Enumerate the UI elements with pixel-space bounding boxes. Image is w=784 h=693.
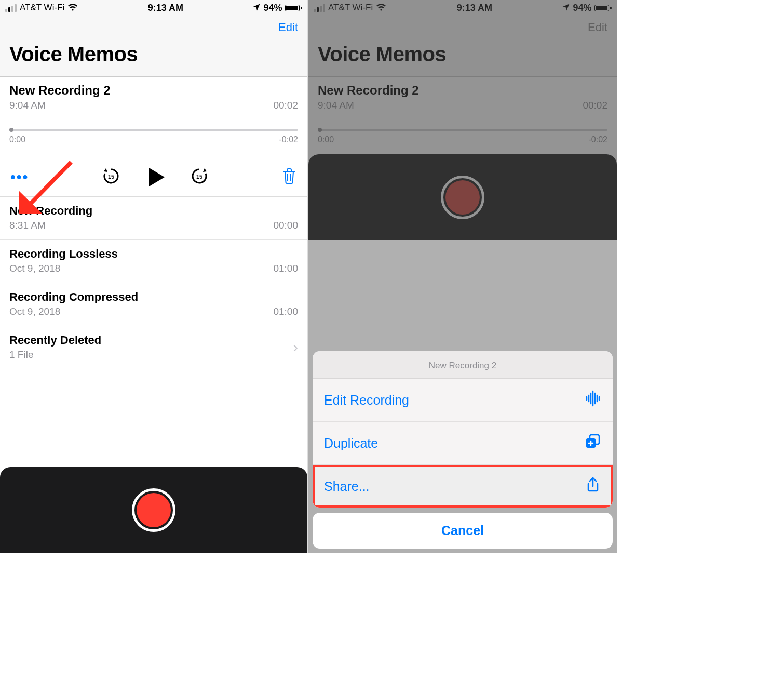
waveform-icon [585,390,601,410]
list-item[interactable]: New Recording 8:31 AM 00:00 [0,197,307,240]
share-icon [585,476,601,496]
option-label: Duplicate [324,436,378,451]
play-button[interactable] [146,168,165,186]
location-icon [253,3,260,14]
screenshot-right: AT&T Wi-Fi 9:13 AM 94% Edit Voice Memos … [308,0,617,553]
scrub-start: 0:00 [9,135,25,144]
trash-icon[interactable] [281,167,297,187]
row-title: New Recording [9,204,298,218]
row-dur: 01:00 [273,263,298,274]
status-time: 9:13 AM [148,3,183,14]
row-sub: 1 File [9,349,33,361]
recording-duration: 00:02 [273,100,298,111]
status-bar: AT&T Wi-Fi 9:13 AM 94% [0,0,307,16]
recently-deleted-row[interactable]: Recently Deleted 1 File › [0,326,307,369]
recording-time: 9:04 AM [9,100,46,111]
carrier-label: AT&T Wi-Fi [20,3,64,13]
scrub-end: -0:02 [279,135,298,144]
option-label: Edit Recording [324,393,409,408]
header: Edit Voice Memos [0,16,307,77]
recording-title[interactable]: New Recording 2 [9,83,298,98]
list-item[interactable]: Recording Compressed Oct 9, 2018 01:00 [0,283,307,326]
row-sub: Oct 9, 2018 [9,263,60,274]
more-options-icon[interactable]: ••• [10,169,29,185]
sheet-title: New Recording 2 [313,351,613,379]
svg-text:15: 15 [196,174,202,180]
cancel-button[interactable]: Cancel [313,513,613,549]
battery-icon [285,5,302,11]
row-title: Recording Compressed [9,290,298,304]
cancel-label: Cancel [441,523,484,538]
row-sub: Oct 9, 2018 [9,306,60,317]
battery-pct: 94% [263,3,282,14]
edit-recording-option[interactable]: Edit Recording [313,379,613,422]
skip-forward-15-icon[interactable]: 15 [191,167,208,187]
row-dur: 01:00 [273,306,298,317]
row-sub: 8:31 AM [9,220,46,231]
row-title: Recently Deleted [9,334,293,347]
page-title: Voice Memos [9,39,298,72]
scrubber[interactable]: 0:00 -0:02 [9,129,298,144]
record-bar [0,467,307,553]
svg-text:15: 15 [108,174,114,180]
duplicate-option[interactable]: Duplicate [313,422,613,465]
row-title: Recording Lossless [9,247,298,261]
row-dur: 00:00 [273,220,298,231]
record-button[interactable] [132,488,175,532]
duplicate-icon [585,433,601,453]
expanded-recording: New Recording 2 9:04 AM 00:02 0:00 -0:02… [0,77,307,197]
edit-button[interactable]: Edit [278,21,298,34]
chevron-right-icon: › [293,338,298,356]
screenshot-left: AT&T Wi-Fi 9:13 AM 94% Edit Voice Memos … [0,0,308,553]
share-option[interactable]: Share... [313,465,613,508]
wifi-icon [67,3,78,14]
list-item[interactable]: Recording Lossless Oct 9, 2018 01:00 [0,240,307,283]
cell-signal-icon [5,4,17,12]
option-label: Share... [324,479,370,494]
skip-back-15-icon[interactable]: 15 [102,167,120,187]
action-sheet: New Recording 2 Edit Recording Duplicate… [313,351,613,549]
